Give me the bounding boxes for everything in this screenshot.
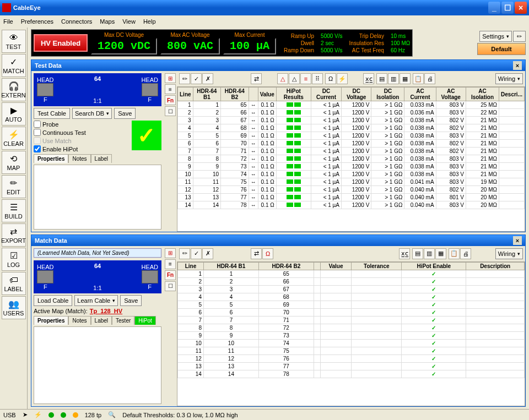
pencil-icon[interactable]: ✏ bbox=[179, 248, 190, 259]
tab-notes[interactable]: Notes bbox=[68, 316, 90, 325]
match-data-table[interactable]: LineHDR-64 B1HDR-64 B2ValueToleranceHiPo… bbox=[177, 262, 525, 378]
x-icon[interactable]: ✗ bbox=[202, 248, 213, 259]
col-header[interactable]: AC Isolation bbox=[466, 88, 499, 101]
sidebar-extern[interactable]: 🎧EXTERN bbox=[2, 78, 26, 101]
doc1-icon[interactable]: ▤ bbox=[376, 73, 387, 84]
table-row[interactable]: 3367↔0.1 Ω< 1 µA1200 V> 1 GΩ0.038 mA802 … bbox=[178, 117, 525, 124]
table-row[interactable]: 131377✓ bbox=[178, 362, 525, 370]
table-row[interactable]: 9973✓ bbox=[178, 331, 525, 339]
tab-hipot[interactable]: HiPot bbox=[134, 316, 155, 325]
load-cable-button[interactable]: Load Cable bbox=[34, 295, 72, 306]
sidebar-auto[interactable]: ▶AUTO bbox=[2, 102, 26, 126]
x-icon[interactable]: ✗ bbox=[202, 73, 213, 84]
table-row[interactable]: 9973↔0.1 Ω< 1 µA1200 V> 1 GΩ0.038 mA803 … bbox=[178, 163, 525, 171]
minimize-button[interactable]: _ bbox=[488, 2, 500, 14]
dots-icon[interactable]: ⠿ bbox=[312, 73, 323, 84]
menu-maps[interactable]: Maps bbox=[100, 18, 115, 25]
edit-hv-button[interactable]: ✏ bbox=[513, 31, 526, 42]
table-row[interactable]: 2266✓ bbox=[178, 277, 525, 285]
col-header[interactable]: Line bbox=[178, 262, 204, 270]
xc-icon[interactable]: x̲c̲ bbox=[363, 73, 374, 84]
sidebar-edit[interactable]: ✏EDIT bbox=[2, 175, 26, 198]
tab-notes[interactable]: Notes bbox=[68, 154, 90, 163]
lines-icon[interactable]: ≡ bbox=[300, 73, 311, 84]
test-cable-button[interactable]: Test Cable bbox=[34, 108, 70, 119]
match-data-close[interactable]: × bbox=[513, 236, 522, 245]
col-header[interactable]: AC Current bbox=[404, 88, 436, 101]
menu-connectors[interactable]: Connectors bbox=[61, 18, 92, 25]
table-row[interactable]: 5569✓ bbox=[178, 301, 525, 308]
spark-icon[interactable]: ⚡ bbox=[337, 73, 348, 84]
doc3-icon[interactable]: ▦ bbox=[400, 73, 411, 84]
col-header[interactable]: Value bbox=[320, 262, 351, 270]
table-row[interactable]: 6670✓ bbox=[178, 308, 525, 316]
doc1-icon[interactable]: ▤ bbox=[412, 248, 423, 259]
menu-file[interactable]: File bbox=[3, 18, 13, 25]
col-header[interactable]: DC Current bbox=[311, 88, 341, 101]
table-row[interactable]: 1165✓ bbox=[178, 270, 525, 277]
menu-view[interactable]: View bbox=[122, 18, 136, 25]
tool-ext-icon[interactable]: ☐ bbox=[165, 106, 176, 116]
table-row[interactable]: 141478✓ bbox=[178, 370, 525, 378]
sidebar-users[interactable]: 👥USERS bbox=[2, 296, 26, 319]
pencil-icon[interactable]: ✏ bbox=[179, 73, 190, 84]
wiring-combo[interactable]: Wiring bbox=[495, 73, 523, 84]
learn-cable-combo[interactable]: Learn Cable bbox=[74, 295, 118, 306]
menu-help[interactable]: Help bbox=[143, 18, 156, 25]
tool-wire-icon[interactable]: ≡ bbox=[165, 84, 176, 94]
wiring-combo[interactable]: Wiring bbox=[495, 248, 523, 259]
close-button[interactable]: × bbox=[515, 2, 527, 14]
table-row[interactable]: 101074✓ bbox=[178, 339, 525, 347]
check-icon[interactable]: ✓ bbox=[191, 73, 202, 84]
sidebar-map[interactable]: ⟲MAP bbox=[2, 151, 26, 174]
sidebar-label[interactable]: 🏷LABEL bbox=[2, 272, 26, 295]
table-row[interactable]: 8872✓ bbox=[178, 324, 525, 331]
sidebar-export[interactable]: ⇄EXPORT bbox=[2, 223, 26, 247]
table-row[interactable]: 7771✓ bbox=[178, 316, 525, 324]
sidebar-build[interactable]: ☰BUILD bbox=[2, 199, 26, 222]
col-header[interactable]: HDR-64 B1 bbox=[193, 88, 221, 101]
swap-icon[interactable]: ⇄ bbox=[251, 248, 262, 259]
doc2-icon[interactable]: ▥ bbox=[424, 248, 435, 259]
table-row[interactable]: 4468✓ bbox=[178, 293, 525, 301]
col-header[interactable]: DC Voltage bbox=[342, 88, 371, 101]
doc3-icon[interactable]: ▦ bbox=[435, 248, 446, 259]
col-header[interactable]: Tolerance bbox=[352, 262, 402, 270]
tool-wire-icon[interactable]: ≡ bbox=[165, 259, 176, 269]
tool-net-icon[interactable]: ⊞ bbox=[165, 248, 176, 258]
settings-combo[interactable]: Settings bbox=[479, 31, 512, 42]
tool-ext-icon[interactable]: ☐ bbox=[165, 281, 176, 291]
col-header[interactable]: HDR-64 B1 bbox=[203, 262, 258, 270]
probe-check[interactable]: Probe bbox=[34, 121, 86, 128]
default-button[interactable]: Default bbox=[477, 43, 526, 55]
col-header[interactable] bbox=[314, 262, 320, 270]
table-row[interactable]: 131377↔0.1 Ω< 1 µA1200 V> 1 GΩ0.040 mA80… bbox=[178, 194, 525, 201]
col-header[interactable]: HiPot Enable bbox=[402, 262, 466, 270]
tool-fn-icon[interactable]: Fn bbox=[165, 270, 176, 280]
xc-icon[interactable]: x̲c̲ bbox=[399, 248, 410, 259]
tab-properties[interactable]: Properties bbox=[34, 154, 68, 163]
table-row[interactable]: 121276✓ bbox=[178, 354, 525, 362]
sidebar-log[interactable]: ☑LOG bbox=[2, 248, 26, 271]
ohm-icon[interactable]: Ω bbox=[325, 73, 336, 84]
ohm-red-icon[interactable]: Ω bbox=[262, 248, 273, 259]
maximize-button[interactable]: ☐ bbox=[501, 2, 514, 14]
table-row[interactable]: 121276↔0.1 Ω< 1 µA1200 V> 1 GΩ0.040 mA80… bbox=[178, 186, 525, 194]
sidebar-test[interactable]: 👁TEST bbox=[2, 30, 26, 53]
tab-properties[interactable]: Properties bbox=[34, 316, 68, 325]
sidebar-clear[interactable]: ⚡CLEAR bbox=[2, 127, 26, 150]
copy-icon[interactable]: 📋 bbox=[449, 248, 460, 259]
save-test-button[interactable]: Save bbox=[114, 108, 136, 119]
col-header[interactable]: DC Isolation bbox=[371, 88, 404, 101]
col-header[interactable]: Descri... bbox=[499, 88, 525, 101]
table-row[interactable]: 8872↔0.1 Ω< 1 µA1200 V> 1 GΩ0.038 mA803 … bbox=[178, 155, 525, 163]
check-icon[interactable]: ✓ bbox=[191, 248, 202, 259]
hipot-check[interactable]: Enable HiPot bbox=[34, 145, 86, 152]
table-row[interactable]: 101074↔0.1 Ω< 1 µA1200 V> 1 GΩ0.038 mA80… bbox=[178, 171, 525, 178]
col-header[interactable]: Line bbox=[178, 88, 193, 101]
swap-icon[interactable]: ⇄ bbox=[251, 73, 262, 84]
table-row[interactable]: 4468↔0.1 Ω< 1 µA1200 V> 1 GΩ0.038 mA802 … bbox=[178, 124, 525, 132]
tri1-icon[interactable]: △ bbox=[277, 73, 288, 84]
test-data-close[interactable]: × bbox=[513, 61, 522, 70]
tool-fn-icon[interactable]: Fn bbox=[165, 95, 176, 105]
